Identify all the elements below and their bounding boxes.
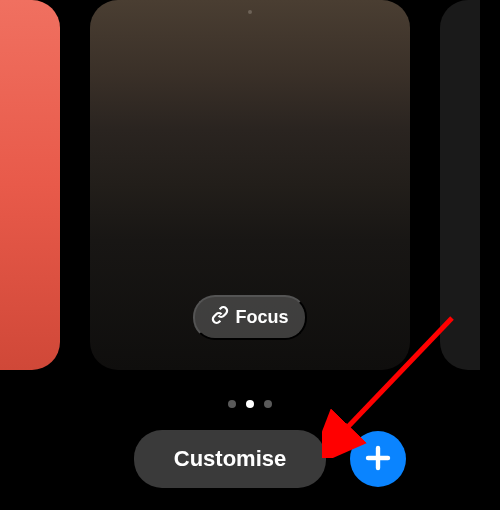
plus-icon <box>363 443 393 476</box>
bottom-actions: Customise <box>0 430 500 488</box>
add-button[interactable] <box>350 431 406 487</box>
focus-button[interactable]: Focus <box>193 295 306 340</box>
focus-label: Focus <box>235 307 288 328</box>
page-dot-active <box>246 400 254 408</box>
wallpaper-card-previous[interactable] <box>0 0 60 370</box>
wallpaper-carousel[interactable]: Focus <box>0 0 500 380</box>
wallpaper-card-current[interactable]: Focus <box>90 0 410 370</box>
page-dot <box>264 400 272 408</box>
customise-label: Customise <box>174 446 286 471</box>
page-dot <box>228 400 236 408</box>
wallpaper-card-next[interactable] <box>440 0 480 370</box>
link-icon <box>211 306 229 329</box>
customise-button[interactable]: Customise <box>134 430 326 488</box>
pagination-dots <box>0 400 500 408</box>
